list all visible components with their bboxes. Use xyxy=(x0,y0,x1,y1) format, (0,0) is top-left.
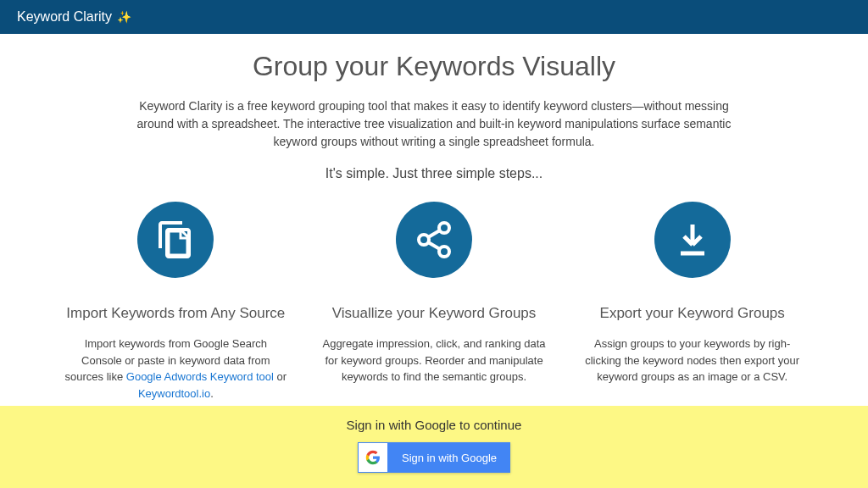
svg-point-0 xyxy=(439,223,449,233)
svg-line-3 xyxy=(428,230,440,237)
svg-line-4 xyxy=(428,242,440,249)
page-description: Keyword Clarity is a free keyword groupi… xyxy=(129,97,739,151)
step-export-title: Export your Keyword Groups xyxy=(576,305,809,322)
google-icon xyxy=(359,443,387,472)
step-export-desc: Assign groups to your keywords by righ-c… xyxy=(576,336,809,385)
step-import: Import Keywords from Any Source Import k… xyxy=(59,202,292,402)
brand-name: Keyword Clarity xyxy=(17,9,112,25)
steps-container: Import Keywords from Any Source Import k… xyxy=(59,202,809,402)
step-import-title: Import Keywords from Any Source xyxy=(59,305,292,322)
signin-bar: Sign in with Google to continue Sign in … xyxy=(0,406,868,488)
page-subtitle: It's simple. Just three simple steps... xyxy=(59,166,809,181)
page-title: Group your Keywords Visually xyxy=(59,51,809,82)
sparkle-icon: ✨ xyxy=(117,10,131,24)
svg-point-2 xyxy=(439,247,449,257)
link-adwords[interactable]: Google Adwords Keyword tool xyxy=(126,370,274,383)
copy-icon xyxy=(137,202,214,278)
step-visualize: Visuallize your Keyword Groups Aggregate… xyxy=(318,202,551,402)
google-signin-button[interactable]: Sign in with Google xyxy=(358,442,510,473)
main-content: Group your Keywords Visually Keyword Cla… xyxy=(0,34,868,402)
step-visualize-desc: Aggregate impression, click, and ranking… xyxy=(318,336,551,385)
download-icon xyxy=(654,202,731,278)
share-icon xyxy=(396,202,472,278)
signin-label: Sign in with Google to continue xyxy=(0,418,868,432)
link-keywordtool[interactable]: Keywordtool.io xyxy=(138,387,210,400)
google-button-label: Sign in with Google xyxy=(388,452,510,464)
header-bar: Keyword Clarity ✨ xyxy=(0,0,868,34)
step-visualize-title: Visuallize your Keyword Groups xyxy=(318,305,551,322)
step-export: Export your Keyword Groups Assign groups… xyxy=(576,202,809,402)
step-import-desc: Import keywords from Google Search Conso… xyxy=(59,336,292,402)
svg-point-1 xyxy=(419,235,429,245)
